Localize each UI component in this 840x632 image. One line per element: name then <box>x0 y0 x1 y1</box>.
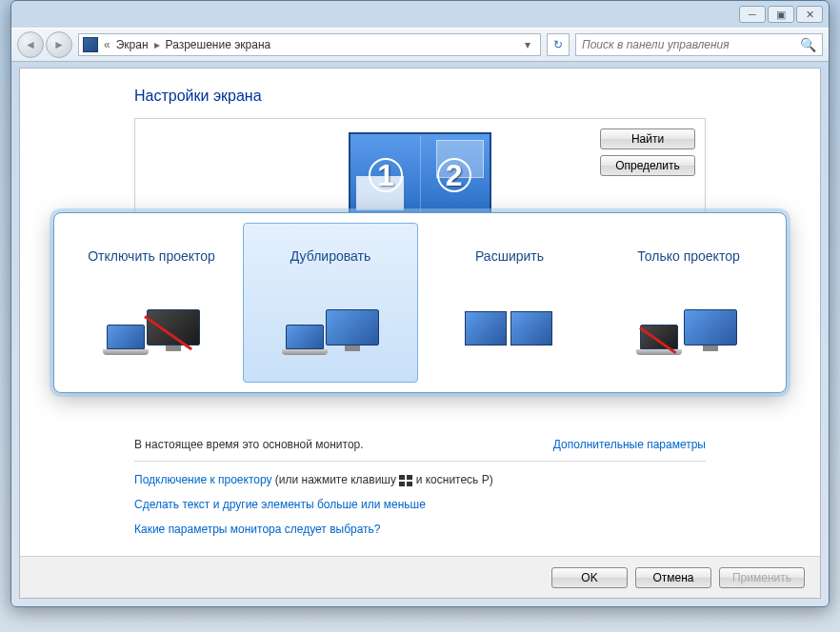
projector-option-disconnect[interactable]: Отключить проектор <box>64 223 239 383</box>
search-icon[interactable]: 🔍 <box>800 37 816 52</box>
page-title: Настройки экрана <box>134 88 820 105</box>
close-button[interactable]: ✕ <box>796 6 823 23</box>
forward-button[interactable]: ► <box>46 31 72 58</box>
search-box[interactable]: 🔍 <box>575 33 823 56</box>
identify-button[interactable]: Определить <box>600 155 695 176</box>
window-frame: ─ ▣ ✕ ◄ ► « Экран ▸ Разрешение экрана ▾ … <box>10 0 830 607</box>
monitor-2-label: 2 <box>437 158 471 192</box>
apply-button: Применить <box>719 567 805 588</box>
monitor-preview[interactable]: 1 2 <box>349 132 491 218</box>
ok-button[interactable]: OK <box>551 567 628 588</box>
dialog-button-bar: OK Отмена Применить <box>20 556 820 598</box>
breadcrumb-root[interactable]: Экран <box>116 38 149 51</box>
search-input[interactable] <box>582 38 800 51</box>
projector-hint-b: и коснитесь P) <box>412 473 492 486</box>
minimize-button[interactable]: ─ <box>739 6 766 23</box>
text-size-link[interactable]: Сделать текст и другие элементы больше и… <box>134 498 426 511</box>
projector-link-row: Подключение к проектору (или нажмите кла… <box>134 473 706 486</box>
extend-icon <box>457 286 562 353</box>
disconnect-projector-icon <box>99 286 204 353</box>
which-settings-link[interactable]: Какие параметры монитора следует выбрать… <box>134 523 381 536</box>
breadcrumb-back[interactable]: « <box>104 38 110 51</box>
projector-option-label: Расширить <box>475 237 544 275</box>
projector-only-icon <box>636 286 741 353</box>
advanced-settings-link[interactable]: Дополнительные параметры <box>553 438 706 451</box>
maximize-button[interactable]: ▣ <box>768 6 794 23</box>
address-dropdown[interactable]: ▾ <box>519 38 536 51</box>
refresh-button[interactable]: ↻ <box>547 33 570 56</box>
projector-option-only[interactable]: Только проектор <box>601 223 776 383</box>
breadcrumb-current[interactable]: Разрешение экрана <box>166 38 271 51</box>
projector-mode-overlay: Отключить проектор Дублировать Расширить… <box>53 212 787 393</box>
control-panel-icon <box>83 37 98 52</box>
primary-monitor-text: В настоящее время это основной монитор. <box>134 438 364 451</box>
duplicate-icon <box>278 286 383 353</box>
breadcrumb-arrow-icon: ▸ <box>154 38 160 51</box>
monitor-1-label: 1 <box>369 158 403 192</box>
primary-monitor-row: В настоящее время это основной монитор. … <box>134 438 706 462</box>
projector-option-label: Дублировать <box>290 237 370 275</box>
cancel-button[interactable]: Отмена <box>635 567 711 588</box>
projector-hint-a: (или нажмите клавишу <box>272 473 400 486</box>
detect-button[interactable]: Найти <box>600 128 695 149</box>
back-button[interactable]: ◄ <box>17 31 44 58</box>
connect-projector-link[interactable]: Подключение к проектору <box>134 473 272 486</box>
projector-option-label: Отключить проектор <box>88 237 215 275</box>
address-bar[interactable]: « Экран ▸ Разрешение экрана ▾ <box>78 33 541 56</box>
projector-option-extend[interactable]: Расширить <box>422 223 597 383</box>
help-links: Подключение к проектору (или нажмите кла… <box>134 473 706 536</box>
nav-arrows: ◄ ► <box>17 31 72 58</box>
projector-option-label: Только проектор <box>637 237 739 275</box>
projector-option-duplicate[interactable]: Дублировать <box>243 223 418 383</box>
navigation-bar: ◄ ► « Экран ▸ Разрешение экрана ▾ ↻ 🔍 <box>11 28 829 62</box>
windows-key-icon <box>399 475 412 486</box>
titlebar: ─ ▣ ✕ <box>11 1 829 28</box>
